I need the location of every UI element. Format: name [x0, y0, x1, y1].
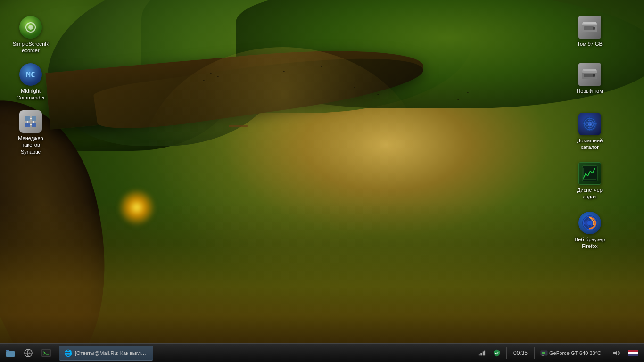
drive-svg-1: [581, 21, 598, 34]
home-icon: [578, 113, 601, 135]
firefox-svg: [581, 214, 598, 231]
ssr-icon: [19, 16, 42, 39]
volume-97gb-label: Том 97 GB: [577, 41, 603, 47]
systray-gpu[interactable]: GeForce GT 640 33°C: [538, 348, 603, 358]
particle: [467, 92, 469, 93]
task-manager-svg: [582, 165, 598, 181]
gpu-icon: [540, 349, 548, 357]
mail-window-label: [Ответы@Mail.Ru: Как выгляди...: [75, 350, 148, 356]
systray-shield[interactable]: [491, 348, 503, 358]
svg-rect-12: [583, 22, 596, 24]
synaptic-label: Менеджер пакетов Synaptic: [11, 135, 50, 155]
particle: [321, 66, 322, 67]
clock-display: 00:35: [513, 350, 528, 356]
taskbar-quick-launch: [0, 346, 57, 361]
desktop-icon-simplescreenrecorder[interactable]: SimpleScreenRecorder: [9, 14, 52, 56]
firefox-label: Веб-браузер Firefox: [570, 236, 609, 250]
mc-icon: MC: [19, 63, 42, 86]
taskbar-divider-3: [534, 347, 535, 359]
particle: [377, 94, 379, 95]
midnight-commander-label: Midnight Commander: [11, 88, 50, 101]
ground: [0, 202, 644, 343]
synaptic-icon: [19, 110, 42, 133]
svg-rect-38: [480, 353, 482, 355]
taskbar: 🌐 [Ответы@Mail.Ru: Как выгляди...: [0, 343, 644, 362]
svg-rect-2: [25, 116, 30, 121]
svg-rect-18: [584, 74, 594, 77]
desktop-icon-volume-97gb[interactable]: Том 97 GB: [569, 14, 611, 49]
drive-icon-1: [578, 16, 601, 39]
particle: [210, 73, 212, 74]
desktop-icon-midnight-commander[interactable]: MC Midnight Commander: [9, 61, 52, 103]
glow-light: [118, 189, 156, 226]
svg-marker-46: [613, 351, 617, 355]
desktop-icon-home-catalog[interactable]: Домашний каталог: [569, 111, 611, 153]
simplescreenrecorder-label: SimpleScreenRecorder: [11, 41, 50, 54]
svg-rect-37: [479, 354, 480, 355]
svg-rect-4: [25, 123, 30, 127]
shield-icon: [493, 349, 501, 357]
desktop-icon-synaptic[interactable]: Менеджер пакетов Synaptic: [9, 108, 52, 157]
swing: [231, 85, 245, 127]
taskbar-btn-files[interactable]: [2, 346, 19, 361]
desktop-icon-new-volume[interactable]: Новый том: [569, 61, 611, 96]
systray-volume[interactable]: [611, 348, 622, 358]
taskbar-window-mail[interactable]: 🌐 [Ответы@Mail.Ru: Как выгляди...: [59, 346, 153, 361]
home-svg: [582, 116, 598, 132]
drive-svg-2: [581, 68, 598, 81]
volume-icon: [613, 349, 620, 357]
home-catalog-label: Домашний каталог: [570, 137, 609, 151]
taskbar-divider-2: [506, 347, 507, 359]
taskbar-divider-1: [57, 347, 57, 359]
svg-rect-5: [32, 123, 36, 127]
desktop-icon-firefox[interactable]: Веб-браузер Firefox: [569, 210, 611, 252]
network-icon: [478, 349, 486, 357]
task-manager-label: Диспетчер задач: [570, 187, 609, 200]
particle: [354, 87, 355, 88]
taskbar-divider-4: [607, 347, 607, 359]
particle: [203, 80, 205, 81]
svg-point-1: [28, 25, 33, 30]
particle: [457, 99, 459, 100]
ssr-icon-svg: [24, 21, 37, 34]
svg-rect-39: [483, 351, 484, 355]
particle: [283, 71, 285, 72]
svg-rect-32: [6, 351, 15, 357]
svg-rect-3: [32, 116, 36, 121]
svg-rect-42: [542, 352, 545, 354]
firefox-icon: [578, 212, 601, 234]
svg-rect-17: [583, 69, 596, 71]
taskbar-btn-browser[interactable]: [20, 346, 37, 361]
systray-network[interactable]: [476, 348, 487, 358]
task-manager-icon: [578, 162, 601, 185]
mail-window-icon: 🌐: [64, 349, 72, 357]
new-volume-label: Новый том: [577, 88, 603, 94]
systray-flag[interactable]: [626, 349, 640, 357]
gpu-label: GeForce GT 640 33°C: [549, 350, 601, 356]
synaptic-icon-svg: [23, 114, 38, 129]
svg-point-19: [593, 74, 595, 77]
systray-clock[interactable]: 00:35: [511, 349, 530, 357]
drive-icon-2: [578, 63, 601, 86]
desktop-icon-task-manager[interactable]: Диспетчер задач: [569, 160, 611, 202]
svg-rect-35: [42, 349, 50, 357]
taskbar-btn-terminal[interactable]: [38, 346, 55, 361]
taskbar-systray: 00:35 GeForce GT 640 33°C: [472, 347, 644, 359]
svg-rect-26: [582, 166, 597, 181]
svg-point-31: [587, 221, 592, 225]
particle: [217, 76, 219, 77]
svg-rect-40: [484, 350, 485, 355]
desktop: SimpleScreenRecorder MC Midnight Command…: [0, 0, 644, 362]
svg-rect-13: [584, 26, 594, 30]
us-flag-icon: [628, 350, 638, 356]
svg-point-14: [593, 27, 595, 30]
